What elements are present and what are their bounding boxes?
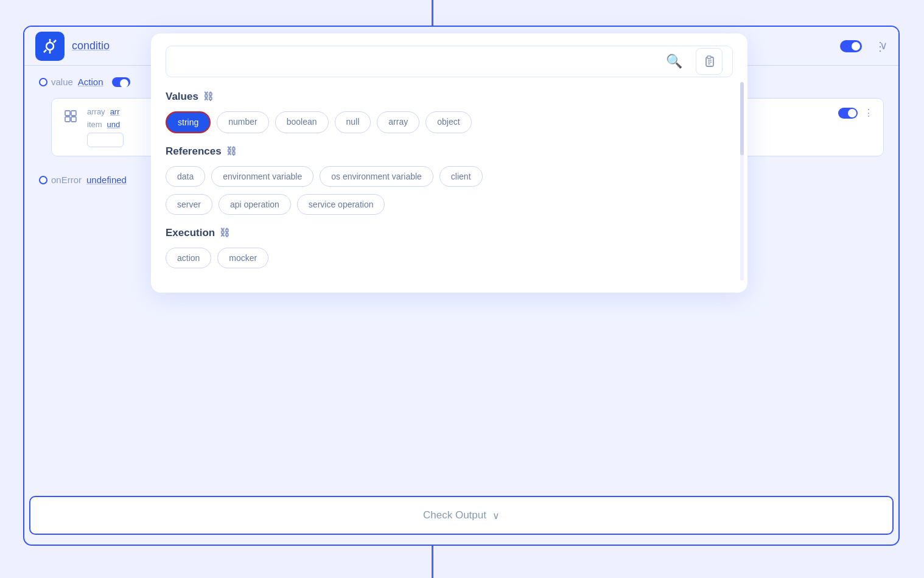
on-error-link[interactable]: undefined (86, 175, 127, 185)
pill-client[interactable]: client (439, 166, 483, 187)
execution-pills-row: action mocker (166, 248, 733, 268)
search-bar: 🔍 (166, 46, 733, 77)
pill-object[interactable]: object (425, 111, 471, 133)
svg-rect-10 (707, 56, 711, 58)
dropdown-popup: 🔍 Values ⛓ string number boolean null ar… (151, 33, 747, 293)
svg-point-0 (46, 43, 54, 50)
pill-data[interactable]: data (166, 166, 205, 187)
execution-heading-label: Execution (166, 227, 215, 239)
svg-line-4 (44, 50, 46, 52)
pill-array[interactable]: array (377, 111, 419, 133)
search-icon: 🔍 (666, 54, 682, 69)
item-label: item (87, 120, 102, 129)
svg-rect-8 (71, 117, 76, 122)
pill-environment-variable[interactable]: environment variable (211, 166, 313, 187)
canvas: conditio ⋮ value Action (0, 0, 924, 578)
pill-os-environment-variable[interactable]: os environment variable (320, 166, 433, 187)
references-pills-row-2: server api operation service operation (166, 194, 733, 215)
references-section-heading: References ⛓ (166, 145, 733, 158)
array-label: array (87, 107, 105, 116)
on-error-label: onError (51, 175, 82, 185)
values-section-heading: Values ⛓ (166, 91, 733, 103)
connector-line-bottom (432, 545, 433, 578)
references-link-icon: ⛓ (226, 146, 236, 157)
references-pills-row: data environment variable os environment… (166, 166, 733, 187)
value-label: value (51, 77, 73, 87)
value-link[interactable]: Action (78, 77, 103, 87)
header-chevron-icon[interactable]: ∨ (880, 39, 887, 52)
inner-card-dots-menu[interactable]: ⋮ (864, 107, 873, 119)
svg-rect-5 (65, 111, 70, 116)
pill-service-operation[interactable]: service operation (297, 194, 385, 215)
pill-action[interactable]: action (166, 248, 211, 268)
references-heading-label: References (166, 145, 222, 158)
svg-rect-6 (71, 111, 76, 116)
check-output-label: Check Output (423, 509, 486, 521)
node-title[interactable]: conditio (72, 40, 110, 52)
condition-icon (35, 32, 65, 61)
on-error-connector-dot (39, 176, 47, 184)
pill-null[interactable]: null (335, 111, 371, 133)
values-link-icon: ⛓ (203, 91, 213, 102)
svg-line-3 (54, 40, 56, 43)
pill-number[interactable]: number (217, 111, 268, 133)
chevron-down-icon: ∨ (492, 510, 500, 521)
pill-string[interactable]: string (166, 111, 211, 133)
execution-link-icon: ⛓ (220, 228, 229, 239)
scroll-thumb[interactable] (740, 82, 744, 155)
inner-card-icon (61, 107, 80, 125)
svg-rect-7 (65, 117, 70, 122)
pill-server[interactable]: server (166, 194, 212, 215)
values-heading-label: Values (166, 91, 198, 103)
item-value-link[interactable]: und (107, 120, 121, 129)
header-toggle[interactable] (840, 40, 862, 52)
value-connector-dot (39, 78, 47, 86)
check-output-bar[interactable]: Check Output ∨ (29, 496, 894, 535)
value-toggle[interactable] (112, 77, 130, 87)
array-value-link[interactable]: arr (110, 107, 120, 116)
execution-section-heading: Execution ⛓ (166, 227, 733, 239)
search-input[interactable] (176, 56, 666, 67)
scroll-track (740, 82, 744, 280)
inner-card-toggle[interactable] (838, 108, 858, 119)
pill-mocker[interactable]: mocker (217, 248, 268, 268)
values-pills-row: string number boolean null array object (166, 111, 733, 133)
pill-api-operation[interactable]: api operation (219, 194, 291, 215)
clipboard-icon[interactable] (696, 48, 723, 75)
pill-boolean[interactable]: boolean (275, 111, 329, 133)
